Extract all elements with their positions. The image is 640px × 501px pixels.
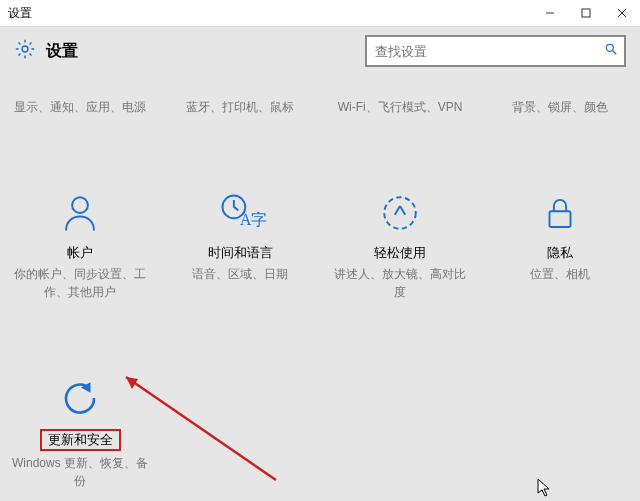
user-icon: [59, 192, 101, 234]
svg-point-10: [384, 198, 416, 230]
clock-language-icon: A字: [219, 192, 261, 234]
tile-sub: 位置、相机: [524, 266, 596, 283]
tile-system[interactable]: 显示、通知、应用、电源: [0, 99, 160, 124]
svg-point-7: [72, 198, 88, 214]
svg-text:A字: A字: [240, 212, 267, 229]
tile-sub: 你的帐户、同步设置、工作、其他用户: [6, 266, 154, 301]
brand-title: 设置: [46, 41, 78, 62]
maximize-button[interactable]: [568, 0, 604, 26]
lock-icon: [539, 192, 581, 234]
tile-title: 轻松使用: [374, 244, 426, 262]
svg-rect-1: [582, 9, 590, 17]
svg-line-6: [613, 51, 617, 55]
ease-of-access-icon: [379, 192, 421, 234]
tile-update-security[interactable]: 更新和安全 Windows 更新、恢复、备份: [0, 367, 160, 498]
tile-devices[interactable]: 蓝牙、打印机、鼠标: [160, 99, 320, 124]
tile-title: 帐户: [67, 244, 93, 262]
tile-sub: Windows 更新、恢复、备份: [6, 455, 154, 490]
category-row-3: 更新和安全 Windows 更新、恢复、备份: [0, 367, 640, 498]
svg-rect-11: [550, 212, 571, 228]
category-row-1-subs: 显示、通知、应用、电源 蓝牙、打印机、鼠标 Wi-Fi、飞行模式、VPN 背景、…: [0, 99, 640, 124]
search-box[interactable]: [365, 35, 626, 67]
search-icon: [604, 42, 618, 60]
tile-title-highlighted: 更新和安全: [40, 429, 121, 455]
tile-network[interactable]: Wi-Fi、飞行模式、VPN: [320, 99, 480, 124]
tile-sub: Wi-Fi、飞行模式、VPN: [332, 99, 469, 116]
tile-title: 隐私: [547, 244, 573, 262]
tile-sub: 背景、锁屏、颜色: [506, 99, 614, 116]
minimize-button[interactable]: [532, 0, 568, 26]
search-input[interactable]: [373, 43, 604, 60]
window-controls: [532, 0, 640, 26]
header-left: 设置: [14, 38, 78, 64]
svg-point-4: [22, 46, 28, 52]
update-icon: [59, 377, 101, 419]
tile-accounts[interactable]: 帐户 你的帐户、同步设置、工作、其他用户: [0, 182, 160, 309]
svg-point-5: [606, 44, 613, 51]
gear-icon: [14, 38, 36, 64]
window-title: 设置: [0, 5, 32, 22]
category-row-1: [0, 83, 640, 99]
tile-privacy[interactable]: 隐私 位置、相机: [480, 182, 640, 309]
close-button[interactable]: [604, 0, 640, 26]
header: 设置: [0, 27, 640, 83]
tile-title: 更新和安全: [40, 429, 121, 451]
tile-sub: 讲述人、放大镜、高对比度: [326, 266, 474, 301]
tile-ease-of-access[interactable]: 轻松使用 讲述人、放大镜、高对比度: [320, 182, 480, 309]
tile-sub: 语音、区域、日期: [186, 266, 294, 283]
tile-sub: 显示、通知、应用、电源: [8, 99, 152, 116]
tile-title: 时间和语言: [208, 244, 273, 262]
tile-personalization[interactable]: 背景、锁屏、颜色: [480, 99, 640, 124]
titlebar: 设置: [0, 0, 640, 27]
tile-time-language[interactable]: A字 时间和语言 语音、区域、日期: [160, 182, 320, 309]
category-row-2: 帐户 你的帐户、同步设置、工作、其他用户 A字 时间和语言 语音、区域、日期 轻…: [0, 124, 640, 309]
tile-sub: 蓝牙、打印机、鼠标: [180, 99, 300, 116]
